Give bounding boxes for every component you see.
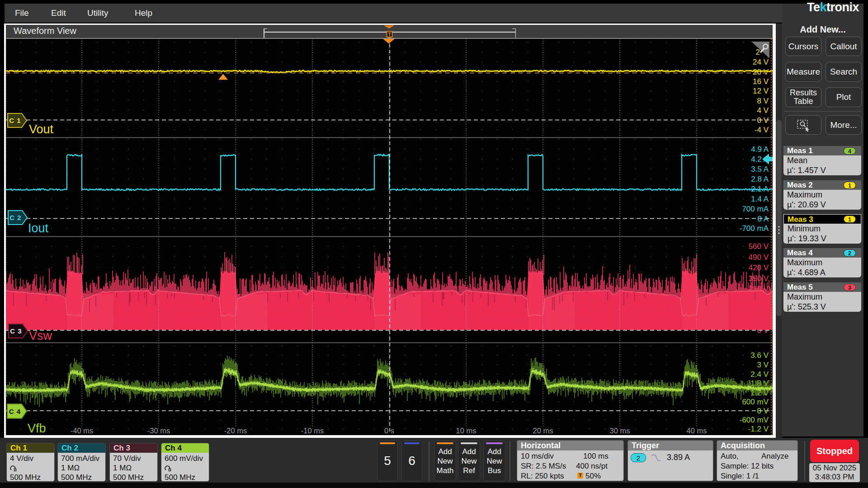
svg-text:-10 ms: -10 ms <box>301 427 324 435</box>
svg-text:2.4 V: 2.4 V <box>750 370 769 379</box>
svg-text:-600 mV: -600 mV <box>740 416 769 424</box>
svg-text:12 V: 12 V <box>753 87 769 95</box>
svg-text:-4 V: -4 V <box>755 126 769 134</box>
svg-text:30 ms: 30 ms <box>610 427 630 435</box>
svg-text:1.4 A: 1.4 A <box>751 195 769 203</box>
svg-text:Vsw: Vsw <box>29 329 52 343</box>
svg-text:24 V: 24 V <box>753 58 769 66</box>
svg-text:C 1: C 1 <box>9 117 21 124</box>
svg-text:10 ms: 10 ms <box>456 427 476 435</box>
svg-text:T: T <box>388 32 391 37</box>
svg-text:C 2: C 2 <box>9 214 21 221</box>
svg-text:-40 ms: -40 ms <box>71 427 93 435</box>
svg-text:2: 2 <box>756 48 760 56</box>
svg-text:Iout: Iout <box>28 221 49 235</box>
svg-text:16 V: 16 V <box>753 77 769 86</box>
svg-text:8 V: 8 V <box>757 97 769 105</box>
svg-text:600 mV: 600 mV <box>742 398 769 406</box>
svg-text:C 4: C 4 <box>9 408 21 415</box>
svg-text:20 ms: 20 ms <box>533 427 553 435</box>
svg-text:0 s: 0 s <box>384 427 394 435</box>
svg-text:Vfb: Vfb <box>28 422 46 435</box>
svg-text:2.8 A: 2.8 A <box>751 175 769 183</box>
svg-text:3.6 V: 3.6 V <box>750 351 769 360</box>
svg-text:490 V: 490 V <box>749 253 769 262</box>
svg-text:-20 ms: -20 ms <box>224 427 247 435</box>
svg-text:C 3: C 3 <box>10 327 22 335</box>
svg-text:40 ms: 40 ms <box>687 427 707 435</box>
svg-text:4.9 A: 4.9 A <box>751 145 769 154</box>
svg-text:-700 mA: -700 mA <box>740 224 769 233</box>
svg-text:700 mA: 700 mA <box>742 205 769 213</box>
svg-text:Vout: Vout <box>29 122 54 136</box>
svg-text:3.5 A: 3.5 A <box>751 165 769 174</box>
svg-text:-30 ms: -30 ms <box>147 427 170 435</box>
